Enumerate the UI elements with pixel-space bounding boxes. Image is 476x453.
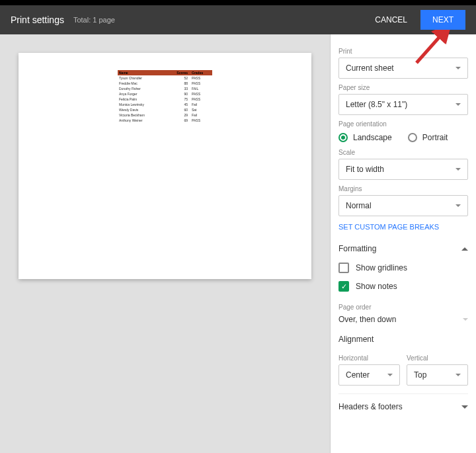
radio-unchecked-icon	[408, 133, 417, 142]
vertical-select[interactable]: Top	[407, 364, 468, 386]
orientation-label: Page orientation	[338, 120, 468, 128]
table-row: Freddie Mac88PASS	[118, 81, 212, 86]
show-gridlines-label: Show gridlines	[356, 263, 407, 272]
chevron-up-icon	[461, 247, 468, 251]
caret-down-icon	[456, 67, 461, 69]
margins-label: Margins	[338, 185, 468, 192]
table-row: Victoria Beckham29Fail	[118, 112, 212, 118]
table-row: Tyson Chandler52PASS	[118, 75, 212, 81]
top-bar	[0, 0, 476, 5]
cancel-button[interactable]: CANCEL	[367, 10, 415, 30]
formatting-title: Formatting	[338, 244, 376, 253]
caret-down-icon	[456, 103, 461, 106]
landscape-radio[interactable]: Landscape	[338, 133, 392, 142]
header: Print settings Total: 1 page CANCEL NEXT	[0, 5, 476, 34]
custom-page-breaks-link[interactable]: SET CUSTOM PAGE BREAKS	[338, 223, 468, 231]
preview-table: Name Scores Grades Tyson Chandler52PASSF…	[118, 70, 212, 123]
headers-footers-title: Headers & footers	[338, 402, 403, 411]
page-title: Print settings	[11, 15, 64, 25]
checkbox-checked-icon: ✓	[338, 281, 349, 292]
scale-select[interactable]: Fit to width	[338, 159, 468, 180]
scale-label: Scale	[338, 149, 468, 156]
print-value: Current sheet	[346, 63, 394, 73]
next-button[interactable]: NEXT	[420, 10, 465, 30]
sidebar: Print Current sheet Paper size Letter (8…	[330, 34, 476, 453]
col-grades: Grades	[192, 71, 211, 75]
horizontal-label: Horizontal	[338, 354, 400, 362]
margins-select[interactable]: Normal	[338, 195, 468, 216]
vertical-value: Top	[414, 370, 426, 380]
radio-checked-icon	[338, 133, 348, 142]
preview-page: Name Scores Grades Tyson Chandler52PASSF…	[19, 53, 311, 279]
col-scores: Scores	[159, 71, 192, 75]
margins-value: Normal	[346, 201, 372, 210]
caret-down-icon	[463, 318, 468, 321]
portrait-label: Portrait	[422, 133, 448, 142]
show-notes-checkbox[interactable]: ✓ Show notes	[338, 277, 468, 296]
page-order-label: Page order	[338, 304, 468, 311]
chevron-down-icon	[461, 405, 468, 409]
page-order-value: Over, then down	[338, 315, 396, 324]
table-row: Anthony Weiner69PASS	[118, 118, 212, 123]
caret-down-icon	[456, 168, 461, 171]
horizontal-value: Center	[346, 370, 370, 380]
page-subtitle: Total: 1 page	[73, 16, 115, 24]
landscape-label: Landscape	[353, 133, 392, 142]
caret-down-icon	[456, 204, 461, 207]
preview-pane: Name Scores Grades Tyson Chandler52PASSF…	[0, 34, 330, 453]
table-row: Felicia Palm75PASS	[118, 97, 212, 102]
show-gridlines-checkbox[interactable]: Show gridlines	[338, 259, 468, 277]
paper-size-label: Paper size	[338, 84, 468, 91]
table-row: Anya Forger90PASS	[118, 91, 212, 97]
table-row: Monica Lewinsky45Fail	[118, 102, 212, 107]
horizontal-select[interactable]: Center	[338, 364, 400, 386]
paper-size-select[interactable]: Letter (8.5" x 11")	[338, 94, 468, 115]
print-label: Print	[338, 48, 468, 55]
table-row: Dorothy Fisher33FAIL	[118, 86, 212, 91]
headers-footers-section[interactable]: Headers & footers	[338, 397, 468, 417]
caret-down-icon	[387, 374, 393, 376]
alignment-title: Alignment	[338, 329, 468, 349]
col-name: Name	[119, 71, 159, 75]
vertical-label: Vertical	[407, 354, 468, 362]
caret-down-icon	[456, 374, 461, 376]
table-row: Wendy Davis60Sat	[118, 107, 212, 112]
scale-value: Fit to width	[346, 165, 384, 174]
page-order-select[interactable]: Over, then down	[338, 313, 468, 329]
print-select[interactable]: Current sheet	[338, 58, 468, 79]
formatting-section[interactable]: Formatting	[338, 239, 468, 259]
paper-size-value: Letter (8.5" x 11")	[346, 100, 407, 109]
show-notes-label: Show notes	[356, 282, 397, 291]
checkbox-unchecked-icon	[338, 263, 349, 273]
portrait-radio[interactable]: Portrait	[408, 133, 448, 142]
